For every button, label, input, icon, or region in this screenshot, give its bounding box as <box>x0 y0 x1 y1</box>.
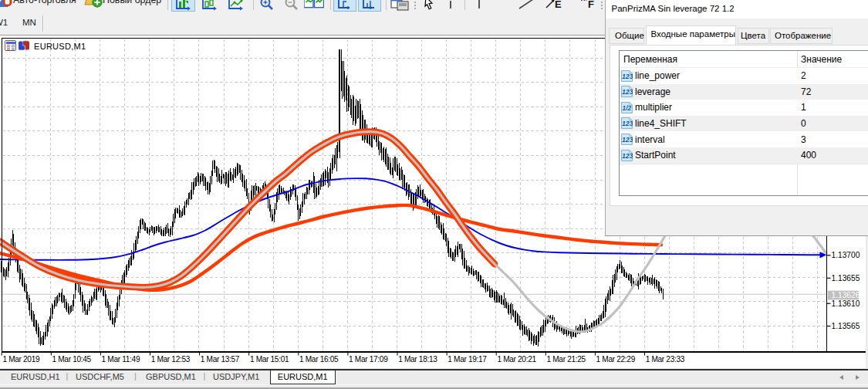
svg-text:1 Mar 18:13: 1 Mar 18:13 <box>398 355 437 364</box>
svg-text:123: 123 <box>622 120 633 127</box>
svg-text:1 Mar 12:53: 1 Mar 12:53 <box>151 355 191 364</box>
svg-text:1 Mar 19:17: 1 Mar 19:17 <box>448 355 487 364</box>
svg-text:1 Mar 11:49: 1 Mar 11:49 <box>102 355 140 364</box>
svg-text:E: E <box>555 0 562 10</box>
svg-text:1 Mar 23:33: 1 Mar 23:33 <box>646 355 685 364</box>
svg-text:F: F <box>588 0 594 10</box>
svg-text:1/2: 1/2 <box>623 104 632 111</box>
svg-text:1 Mar 21:25: 1 Mar 21:25 <box>547 355 586 364</box>
svg-text:123: 123 <box>622 136 633 144</box>
svg-text:1 Mar 17:09: 1 Mar 17:09 <box>349 355 388 364</box>
svg-text:1 Mar 22:29: 1 Mar 22:29 <box>596 355 636 364</box>
svg-text:1 Mar 2019: 1 Mar 2019 <box>2 355 40 364</box>
svg-text:1 Mar 15:01: 1 Mar 15:01 <box>250 355 289 364</box>
svg-text:123: 123 <box>622 72 633 79</box>
svg-text:1 Mar 16:05: 1 Mar 16:05 <box>299 355 339 364</box>
svg-text:1.13626: 1.13626 <box>832 291 860 299</box>
svg-text:1.13700: 1.13700 <box>832 251 860 259</box>
svg-text:1.13655: 1.13655 <box>832 274 860 282</box>
svg-text:123: 123 <box>622 88 633 96</box>
svg-text:1 Mar 13:57: 1 Mar 13:57 <box>201 355 240 364</box>
svg-text:1 Mar 10:45: 1 Mar 10:45 <box>52 355 92 364</box>
svg-text:123: 123 <box>622 151 633 159</box>
svg-text:1.13610: 1.13610 <box>832 299 860 308</box>
svg-text:1 Mar 20:21: 1 Mar 20:21 <box>497 355 536 364</box>
svg-text:1.13565: 1.13565 <box>832 322 860 330</box>
